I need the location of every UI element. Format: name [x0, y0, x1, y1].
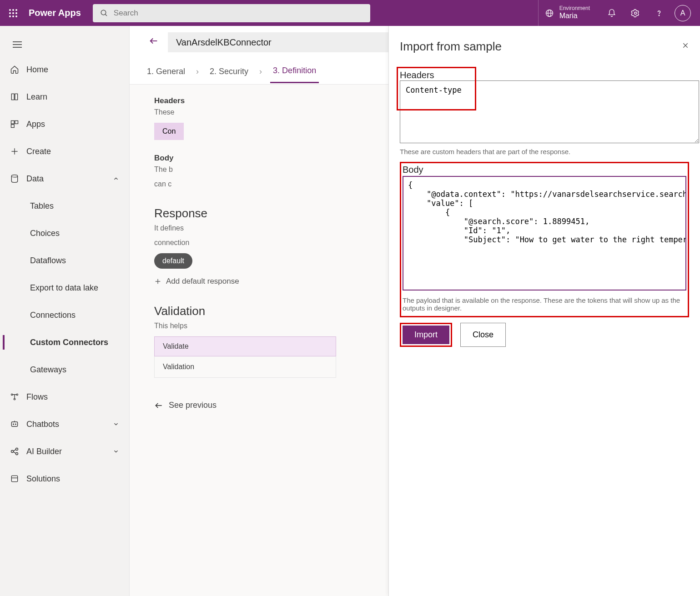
gear-icon [631, 9, 640, 18]
sidebar-item-apps[interactable]: Apps [0, 110, 129, 138]
configure-headers-button[interactable]: Con [154, 123, 184, 140]
plus-icon [154, 278, 161, 285]
svg-point-7 [12, 15, 14, 17]
body-textarea[interactable] [403, 176, 686, 290]
chevron-up-icon [113, 175, 119, 182]
help-icon [655, 9, 664, 18]
main-content: VanArsdelKBConnector 1. General › 2. Sec… [130, 26, 700, 596]
hamburger-icon [13, 41, 22, 48]
avatar[interactable]: A [675, 5, 691, 21]
environment-picker[interactable]: Environment Maria [538, 0, 596, 26]
globe-icon [545, 9, 554, 18]
add-default-label: Add default response [166, 277, 239, 286]
search-box[interactable] [93, 4, 370, 22]
sidebar-item-flows[interactable]: Flows [0, 383, 129, 411]
svg-point-2 [15, 9, 17, 11]
ai-icon [10, 447, 19, 456]
svg-point-29 [13, 424, 14, 425]
sidebar-item-create[interactable]: Create [0, 138, 129, 165]
headers-field-label: Headers [400, 70, 689, 80]
svg-point-6 [9, 15, 11, 17]
chevron-right-icon: › [191, 67, 203, 76]
svg-rect-28 [11, 422, 17, 426]
sidebar-label: Flows [26, 392, 48, 402]
svg-point-8 [15, 15, 17, 17]
default-response-pill[interactable]: default [154, 253, 192, 269]
sidebar-item-solutions[interactable]: Solutions [0, 465, 129, 492]
sidebar-label: Learn [26, 92, 47, 102]
headers-textarea[interactable] [400, 80, 699, 143]
svg-rect-19 [11, 121, 15, 124]
svg-point-30 [15, 424, 16, 425]
sidebar-label: AI Builder [26, 447, 62, 456]
svg-point-27 [14, 398, 15, 400]
svg-point-24 [11, 175, 17, 177]
svg-point-15 [659, 15, 659, 15]
svg-point-14 [635, 12, 637, 14]
import-from-sample-panel: Import from sample Headers These are cus… [388, 26, 700, 596]
sidebar-item-dataflows[interactable]: Dataflows [0, 247, 129, 274]
back-button[interactable] [149, 36, 159, 49]
notifications-button[interactable] [601, 0, 623, 26]
step-general[interactable]: 1. General [144, 60, 188, 83]
svg-point-0 [9, 9, 11, 11]
step-security[interactable]: 2. Security [207, 60, 251, 83]
search-input[interactable] [108, 9, 363, 18]
svg-point-3 [9, 12, 11, 14]
arrow-left-icon [154, 401, 163, 410]
sidebar-item-gateways[interactable]: Gateways [0, 356, 129, 383]
close-button[interactable]: Close [460, 323, 506, 347]
panel-title: Import from sample [400, 40, 502, 54]
close-panel-button[interactable] [682, 42, 689, 51]
import-button[interactable]: Import [403, 326, 449, 344]
brand-label: Power Apps [26, 8, 93, 18]
svg-point-32 [11, 451, 14, 453]
sidebar-toggle[interactable] [0, 33, 129, 56]
sidebar-item-ai-builder[interactable]: AI Builder [0, 438, 129, 465]
svg-point-34 [16, 453, 18, 455]
search-icon [100, 9, 108, 17]
sidebar-label: Choices [30, 229, 60, 238]
step-definition[interactable]: 3. Definition [270, 60, 319, 83]
svg-point-9 [101, 10, 106, 15]
home-icon [10, 65, 19, 74]
svg-rect-37 [11, 476, 17, 481]
sidebar-label: Solutions [26, 474, 60, 484]
sidebar-item-connections[interactable]: Connections [0, 301, 129, 329]
flows-icon [10, 392, 19, 401]
arrow-left-icon [149, 36, 159, 46]
apps-icon [10, 120, 19, 129]
sidebar-item-learn[interactable]: Learn [0, 83, 129, 110]
sidebar-label: Home [26, 65, 48, 75]
sidebar-label: Apps [26, 120, 45, 129]
close-icon [682, 42, 689, 49]
app-launcher[interactable] [0, 9, 26, 17]
sidebar-label: Gateways [30, 365, 66, 375]
help-button[interactable] [648, 0, 670, 26]
waffle-icon [9, 9, 17, 17]
svg-line-35 [14, 450, 16, 451]
svg-rect-21 [11, 125, 15, 128]
sidebar-item-chatbots[interactable]: Chatbots [0, 411, 129, 438]
top-bar: Power Apps Environment Maria A [0, 0, 700, 26]
svg-point-25 [11, 394, 13, 395]
validation-result: Validation [154, 356, 336, 378]
svg-point-26 [16, 394, 18, 395]
sidebar-item-custom-connectors[interactable]: Custom Connectors [0, 329, 129, 356]
validate-header[interactable]: Validate [154, 336, 336, 356]
env-name: Maria [559, 12, 590, 20]
sidebar-item-choices[interactable]: Choices [0, 220, 129, 247]
svg-line-36 [14, 452, 16, 453]
body-field-label: Body [403, 165, 686, 175]
sidebar-label: Data [26, 174, 44, 184]
env-label: Environment [559, 5, 590, 12]
settings-button[interactable] [624, 0, 646, 26]
sidebar-item-export[interactable]: Export to data lake [0, 274, 129, 301]
svg-point-4 [12, 12, 14, 14]
svg-line-10 [105, 14, 107, 16]
sidebar-item-tables[interactable]: Tables [0, 192, 129, 220]
svg-point-33 [16, 448, 18, 451]
sidebar-label: Chatbots [26, 420, 59, 429]
sidebar-item-home[interactable]: Home [0, 56, 129, 83]
sidebar-item-data[interactable]: Data [0, 165, 129, 192]
